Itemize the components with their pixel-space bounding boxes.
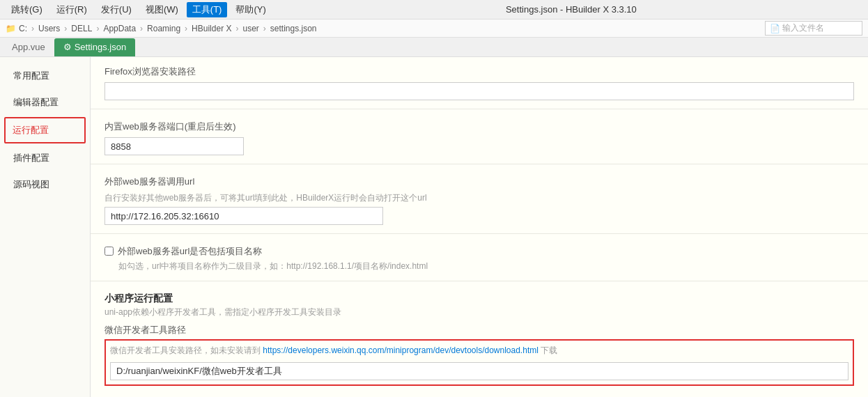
- breadcrumb-roaming[interactable]: Roaming: [147, 24, 180, 33]
- external-url-input[interactable]: [104, 207, 383, 225]
- menu-view[interactable]: 视图(W): [140, 2, 184, 17]
- file-icon: 📄: [770, 24, 780, 33]
- breadcrumb-dell[interactable]: DELL: [71, 24, 92, 33]
- folder-icon: 📁: [6, 24, 16, 33]
- include-project-row: 外部web服务器url是否包括项目名称: [104, 245, 854, 258]
- titlebar: 跳转(G) 运行(R) 发行(U) 视图(W) 工具(T) 帮助(Y) Sett…: [0, 0, 868, 20]
- external-url-label: 外部web服务器调用url: [104, 176, 854, 188]
- menu-run[interactable]: 运行(R): [51, 2, 93, 17]
- firefox-section: Firefox浏览器安装路径: [91, 57, 868, 106]
- breadcrumb-appdata[interactable]: AppData: [103, 24, 136, 33]
- wechat-path-input[interactable]: [110, 362, 848, 380]
- include-project-section: 外部web服务器url是否包括项目名称 如勾选，url中将项目名称作为二级目录，…: [91, 237, 868, 278]
- external-url-section: 外部web服务器调用url 自行安装好其他web服务器后，可将其url填到此处，…: [91, 167, 868, 231]
- content-area: Firefox浏览器安装路径 内置web服务器端口(重启后生效) 外部web服务…: [91, 57, 868, 397]
- menu-help[interactable]: 帮助(Y): [230, 2, 271, 17]
- tab-settings-json-label: Settings.json: [75, 42, 126, 52]
- tabs-bar: App.vue ⚙ Settings.json: [0, 38, 868, 57]
- mini-program-section: 小程序运行配置 uni-app依赖小程序开发者工具，需指定小程序开发工具安装目录…: [91, 284, 868, 397]
- sidebar-item-plugin[interactable]: 插件配置: [0, 145, 90, 171]
- menu-tools[interactable]: 工具(T): [187, 2, 228, 17]
- sidebar: 常用配置 编辑器配置 运行配置 插件配置 源码视图: [0, 57, 91, 397]
- menu-publish[interactable]: 发行(U): [95, 2, 137, 17]
- wechat-download-link[interactable]: https://developers.weixin.qq.com/minipro…: [263, 345, 538, 355]
- tab-app-vue-label: App.vue: [12, 42, 45, 52]
- sidebar-item-runtime[interactable]: 运行配置: [4, 117, 86, 143]
- web-port-input[interactable]: [104, 137, 244, 155]
- wechat-highlighted-field: 微信开发者工具安装路径，如未安装请到 https://developers.we…: [104, 339, 854, 386]
- tab-settings-json[interactable]: ⚙ Settings.json: [54, 38, 135, 56]
- sidebar-item-common[interactable]: 常用配置: [0, 63, 90, 89]
- wechat-hint-suffix: 下载: [541, 345, 557, 355]
- firefox-input[interactable]: [104, 82, 854, 100]
- file-input-placeholder: 输入文件名: [782, 22, 824, 34]
- include-project-checkbox[interactable]: [104, 247, 114, 256]
- breadcrumb-user[interactable]: user: [242, 24, 258, 33]
- settings-gear-icon: ⚙: [63, 42, 72, 52]
- window-title: Settings.json - HBuilder X 3.3.10: [280, 4, 862, 15]
- divider-4: [91, 281, 868, 281]
- divider-3: [91, 233, 868, 234]
- main-layout: 常用配置 编辑器配置 运行配置 插件配置 源码视图 Firefox浏览器安装路径…: [0, 57, 868, 397]
- sidebar-item-editor[interactable]: 编辑器配置: [0, 89, 90, 116]
- breadcrumb: 📁 C: › Users › DELL › AppData › Roaming …: [0, 20, 868, 38]
- wechat-hint-prefix: 微信开发者工具安装路径，如未安装请到: [110, 345, 261, 355]
- wechat-hint: 微信开发者工具安装路径，如未安装请到 https://developers.we…: [110, 345, 848, 357]
- menu-bar: 跳转(G) 运行(R) 发行(U) 视图(W) 工具(T) 帮助(Y): [6, 2, 272, 17]
- sidebar-item-source[interactable]: 源码视图: [0, 171, 90, 198]
- wechat-label: 微信开发者工具路径: [104, 324, 854, 336]
- divider-2: [91, 164, 868, 164]
- web-port-section: 内置web服务器端口(重启后生效): [91, 112, 868, 161]
- include-project-hint: 如勾选，url中将项目名称作为二级目录，如：http://192.168.1.1…: [118, 260, 854, 272]
- include-project-label: 外部web服务器url是否包括项目名称: [118, 245, 262, 258]
- breadcrumb-hbuilder[interactable]: HBuilder X: [192, 24, 231, 33]
- web-port-label: 内置web服务器端口(重启后生效): [104, 120, 854, 133]
- breadcrumb-c[interactable]: C:: [19, 24, 27, 33]
- mini-program-subtext: uni-app依赖小程序开发者工具，需指定小程序开发工具安装目录: [104, 306, 854, 318]
- menu-jump[interactable]: 跳转(G): [6, 2, 48, 17]
- mini-program-heading: 小程序运行配置: [104, 293, 854, 305]
- external-url-hint: 自行安装好其他web服务器后，可将其url填到此处，HBuilderX运行时会自…: [104, 192, 854, 204]
- breadcrumb-file[interactable]: settings.json: [270, 24, 317, 33]
- tab-app-vue[interactable]: App.vue: [3, 38, 54, 56]
- wechat-field-group: 微信开发者工具路径 微信开发者工具安装路径，如未安装请到 https://dev…: [104, 324, 854, 386]
- firefox-label: Firefox浏览器安装路径: [104, 65, 854, 78]
- breadcrumb-users[interactable]: Users: [38, 24, 60, 33]
- file-input-area[interactable]: 📄 输入文件名: [765, 21, 862, 36]
- divider-1: [91, 109, 868, 109]
